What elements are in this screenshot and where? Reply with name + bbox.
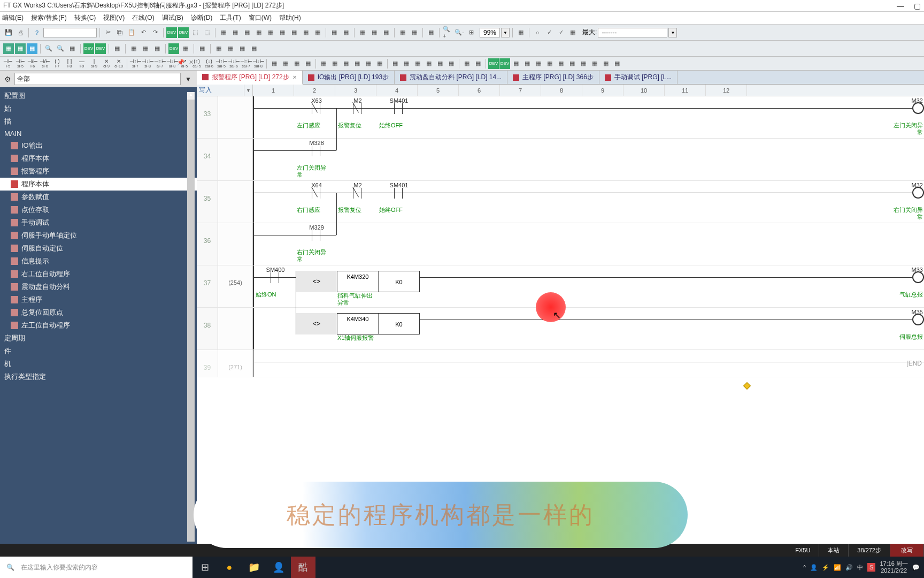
- rung-35[interactable]: 35 X64 右门感应 M2 报警复位 SM401 始终OFF M32: [197, 181, 924, 223]
- tool-icon[interactable]: ▦: [237, 43, 248, 54]
- tool-icon[interactable]: ▦: [567, 27, 578, 38]
- tool-icon[interactable]: ▦: [329, 27, 340, 38]
- tool-icon[interactable]: ▦: [369, 27, 380, 38]
- dev-icon[interactable]: DEV: [488, 58, 499, 69]
- tool-icon[interactable]: ▦: [15, 43, 26, 54]
- tab-close-icon[interactable]: ✕: [292, 74, 297, 80]
- tool-icon[interactable]: ▦: [556, 58, 566, 69]
- menu-convert[interactable]: 转换(C): [74, 13, 96, 22]
- max-dd-btn[interactable]: ▼: [668, 28, 677, 37]
- tool-icon[interactable]: ▦: [381, 27, 391, 38]
- rung-36[interactable]: 36 M329 右门关闭异常: [197, 223, 924, 265]
- tool-icon[interactable]: ▦: [312, 27, 323, 38]
- explorer-icon[interactable]: 📁: [242, 557, 266, 578]
- tool-icon[interactable]: ▦: [612, 58, 622, 69]
- zoom-out-icon[interactable]: 🔍-: [454, 27, 465, 38]
- nav-item[interactable]: 程序本体: [0, 178, 197, 191]
- nav-item[interactable]: 左工位自动程序: [0, 319, 197, 332]
- tray-icon[interactable]: 👤: [810, 564, 818, 571]
- zoom-fit-icon[interactable]: ⊞: [466, 27, 476, 38]
- pin-icon[interactable]: 📌: [177, 59, 184, 66]
- menu-find[interactable]: 搜索/替换(F): [31, 13, 67, 22]
- tool-icon[interactable]: ▦: [426, 27, 436, 38]
- nav-item[interactable]: MAIN: [0, 128, 197, 139]
- inst-nc-contact[interactable]: ⊣/⊢F6: [27, 58, 38, 70]
- tool-icon[interactable]: ▦: [218, 27, 229, 38]
- app-icon[interactable]: 👤: [266, 557, 291, 578]
- tray-icon[interactable]: ⚡: [822, 564, 829, 571]
- tool-icon[interactable]: ▦: [522, 58, 533, 69]
- windows-search[interactable]: 🔍 在这里输入你要搜索的内容: [0, 557, 192, 578]
- gxworks-icon[interactable]: 酷: [291, 557, 315, 578]
- dev-icon[interactable]: DEV: [178, 27, 189, 38]
- tool-icon[interactable]: ▦: [589, 58, 600, 69]
- rung-34[interactable]: 34 M328 左门关闭异常: [197, 139, 924, 181]
- nc-contact[interactable]: [307, 188, 325, 199]
- filter-dropdown[interactable]: 全部: [14, 73, 181, 85]
- tray-clock[interactable]: 17:16 周一 2021/2/22: [880, 560, 908, 574]
- menu-tools[interactable]: 工具(T): [220, 13, 241, 22]
- nav-tree[interactable]: 配置图始描MAINIO输出程序本体报警程序程序本体参数赋值点位存取手动调试伺服手…: [0, 87, 197, 544]
- nav-item[interactable]: 参数赋值: [0, 191, 197, 203]
- find-icon[interactable]: 🔍: [43, 43, 54, 54]
- tool-icon[interactable]: ▦: [329, 58, 340, 69]
- tray-icon[interactable]: S: [867, 563, 875, 572]
- tool-icon[interactable]: ▦: [277, 27, 288, 38]
- editor-tab[interactable]: 报警程序 [PRG] [LD] 272步✕: [197, 71, 303, 85]
- tool-icon[interactable]: ▦: [374, 58, 385, 69]
- nav-item[interactable]: 始: [0, 102, 197, 115]
- nav-item[interactable]: 信息提示: [0, 255, 197, 268]
- help-icon[interactable]: ?: [32, 27, 42, 38]
- tool-icon[interactable]: ▦: [67, 43, 78, 54]
- tool-icon[interactable]: ▦: [435, 58, 445, 69]
- mode-selector[interactable]: 写入 ▼: [197, 85, 253, 96]
- menu-window[interactable]: 窗口(W): [249, 13, 272, 22]
- tool-icon[interactable]: ✓: [556, 27, 566, 38]
- tool-icon[interactable]: ▦: [291, 58, 302, 69]
- print-icon[interactable]: 🖨: [15, 27, 26, 38]
- tray-volume-icon[interactable]: 🔊: [845, 564, 853, 571]
- tool-icon[interactable]: ▦: [112, 43, 122, 54]
- tool-icon[interactable]: ▦: [352, 58, 363, 69]
- menu-edit[interactable]: 编辑(E): [2, 13, 24, 22]
- tool-icon[interactable]: ▦: [533, 58, 544, 69]
- tool-icon[interactable]: ▦: [3, 43, 14, 54]
- dev-icon[interactable]: DEV: [499, 58, 510, 69]
- editor-tab[interactable]: 震动盘自动分料 [PRG] [LD] 14...: [395, 71, 507, 84]
- nav-item[interactable]: 震动盘自动分料: [0, 280, 197, 293]
- nav-item[interactable]: IO输出: [0, 139, 197, 152]
- dev-icon[interactable]: DEV: [166, 27, 177, 38]
- inst-func[interactable]: [ ]F8: [64, 58, 75, 70]
- tool-icon[interactable]: ▦: [197, 43, 207, 54]
- nav-item[interactable]: 配置图: [0, 89, 197, 102]
- tool-icon[interactable]: ▦: [230, 27, 241, 38]
- tool-icon[interactable]: ▦: [27, 43, 37, 54]
- undo-icon[interactable]: ↶: [138, 27, 149, 38]
- menu-help[interactable]: 帮助(H): [279, 13, 301, 22]
- menu-online[interactable]: 在线(O): [132, 13, 154, 22]
- editor-tab[interactable]: 手动调试 [PRG] [L...: [599, 71, 677, 84]
- compare-instruction[interactable]: <> K4M320 K0: [296, 271, 420, 292]
- tool-icon[interactable]: ▦: [567, 58, 578, 69]
- menu-diagnose[interactable]: 诊断(D): [191, 13, 213, 22]
- nc-contact[interactable]: [349, 103, 366, 114]
- zoom-value[interactable]: 99%: [480, 28, 500, 37]
- tool-icon[interactable]: ▦: [363, 58, 374, 69]
- tool-icon[interactable]: ○: [532, 27, 543, 38]
- inst-fall[interactable]: ⊣↓⊢saF8: [252, 58, 264, 70]
- inst-fall[interactable]: ⊣↓⊢aF8: [166, 58, 178, 70]
- rung-39[interactable]: 39 (271) [END: [197, 350, 924, 377]
- tool-icon[interactable]: ⬚: [190, 27, 201, 38]
- editor-tab[interactable]: IO输出 [PRG] [LD] 193步: [303, 71, 395, 84]
- copy-icon[interactable]: ⿻: [114, 27, 125, 38]
- scrollbar[interactable]: ▲: [187, 92, 195, 542]
- tool-icon[interactable]: ▦: [511, 58, 521, 69]
- nav-item[interactable]: 总复位回原点: [0, 306, 197, 319]
- task-view-icon[interactable]: ⊞: [192, 557, 217, 578]
- tool-icon[interactable]: ▦: [253, 27, 264, 38]
- nav-item[interactable]: 机: [0, 358, 197, 370]
- chrome-icon[interactable]: ●: [217, 557, 242, 578]
- paste-icon[interactable]: 📋: [126, 27, 137, 38]
- nav-item[interactable]: 定周期: [0, 332, 197, 345]
- inst-fall[interactable]: ⊣↓⊢sF8: [142, 58, 153, 70]
